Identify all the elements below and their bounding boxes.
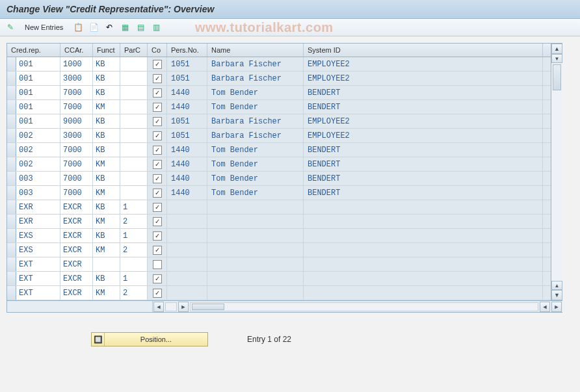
row-selector[interactable] — [7, 243, 16, 257]
credrep-input[interactable] — [16, 272, 60, 285]
row-selector[interactable] — [7, 200, 16, 214]
col-header-credrep[interactable]: Cred.rep. — [7, 44, 60, 57]
co-checkbox[interactable]: ✓ — [153, 160, 162, 169]
hscroll-track-1[interactable] — [165, 302, 177, 311]
parc-input[interactable] — [120, 157, 147, 171]
parc-input[interactable] — [120, 272, 147, 285]
row-selector[interactable] — [7, 72, 16, 85]
row-selector[interactable] — [7, 229, 16, 242]
co-checkbox[interactable]: ✓ — [153, 146, 162, 155]
funct-input[interactable] — [93, 286, 120, 300]
vscroll-thumb[interactable] — [553, 64, 561, 90]
ccar-input[interactable] — [60, 215, 92, 228]
deselect-icon[interactable]: ▥ — [150, 21, 162, 33]
funct-input[interactable] — [93, 257, 120, 271]
co-checkbox[interactable]: ✓ — [153, 103, 162, 112]
co-checkbox[interactable]: ✓ — [153, 203, 162, 212]
row-selector[interactable] — [7, 257, 16, 271]
position-button[interactable]: 🔲 Position... — [91, 332, 208, 346]
hscroll-right2-icon[interactable]: ► — [551, 302, 562, 312]
parc-input[interactable] — [120, 72, 147, 85]
row-selector[interactable] — [7, 143, 16, 157]
col-header-persno[interactable]: Pers.No. — [167, 44, 207, 57]
row-selector[interactable] — [7, 215, 16, 228]
hscroll-right-icon[interactable]: ► — [178, 302, 189, 312]
ccar-input[interactable] — [60, 172, 92, 185]
parc-input[interactable] — [120, 243, 147, 257]
co-checkbox[interactable]: ✓ — [153, 88, 162, 98]
co-checkbox[interactable]: ✓ — [153, 289, 162, 298]
parc-input[interactable] — [120, 186, 147, 200]
ccar-input[interactable] — [60, 129, 92, 142]
row-selector[interactable] — [7, 186, 16, 200]
credrep-input[interactable] — [16, 215, 60, 228]
parc-input[interactable] — [120, 100, 147, 114]
col-header-ccar[interactable]: CCAr. — [60, 44, 93, 57]
parc-input[interactable] — [120, 114, 147, 128]
doc-new-icon[interactable]: 📄 — [88, 21, 99, 33]
co-checkbox[interactable]: ✓ — [153, 131, 162, 140]
credrep-input[interactable] — [16, 57, 60, 71]
row-selector[interactable] — [7, 114, 16, 128]
select-block-icon[interactable]: ▤ — [135, 21, 146, 33]
credrep-input[interactable] — [16, 172, 60, 185]
row-selector[interactable] — [7, 172, 16, 185]
ccar-input[interactable] — [60, 200, 92, 214]
funct-input[interactable] — [93, 86, 120, 99]
co-checkbox[interactable]: ✓ — [153, 274, 162, 283]
ccar-input[interactable] — [60, 86, 92, 99]
co-checkbox[interactable]: ✓ — [153, 60, 162, 69]
col-header-funct[interactable]: Funct — [93, 44, 120, 57]
credrep-input[interactable] — [16, 257, 60, 271]
funct-input[interactable] — [93, 57, 120, 71]
parc-input[interactable] — [120, 86, 147, 99]
hscroll-left2-icon[interactable]: ◄ — [540, 302, 550, 312]
funct-input[interactable] — [93, 200, 120, 214]
new-entries-button[interactable]: New Entries — [20, 22, 68, 33]
row-selector[interactable] — [7, 57, 16, 71]
ccar-input[interactable] — [60, 100, 92, 114]
parc-input[interactable] — [120, 257, 147, 271]
credrep-input[interactable] — [16, 200, 60, 214]
hscroll-track-2[interactable] — [190, 302, 538, 311]
ccar-input[interactable] — [60, 57, 92, 71]
vscroll-up-icon[interactable]: ▲ — [551, 44, 562, 54]
vscroll-down-icon[interactable]: ▼ — [551, 290, 562, 300]
co-checkbox[interactable] — [153, 260, 162, 269]
parc-input[interactable] — [120, 143, 147, 157]
co-checkbox[interactable]: ✓ — [153, 174, 162, 183]
col-header-sysid[interactable]: System ID — [304, 44, 543, 57]
ccar-input[interactable] — [60, 229, 92, 242]
undo-icon[interactable]: ↶ — [103, 21, 115, 33]
co-checkbox[interactable]: ✓ — [153, 117, 162, 126]
co-checkbox[interactable]: ✓ — [153, 231, 162, 241]
credrep-input[interactable] — [16, 100, 60, 114]
ccar-input[interactable] — [60, 257, 92, 271]
funct-input[interactable] — [93, 114, 120, 128]
ccar-input[interactable] — [60, 243, 92, 257]
credrep-input[interactable] — [16, 143, 60, 157]
ccar-input[interactable] — [60, 72, 92, 85]
parc-input[interactable] — [120, 215, 147, 228]
co-checkbox[interactable]: ✓ — [153, 74, 162, 83]
ccar-input[interactable] — [60, 157, 92, 171]
funct-input[interactable] — [93, 215, 120, 228]
ccar-input[interactable] — [60, 286, 92, 300]
funct-input[interactable] — [93, 272, 120, 285]
row-selector[interactable] — [7, 272, 16, 285]
credrep-input[interactable] — [16, 114, 60, 128]
ccar-input[interactable] — [60, 186, 92, 200]
credrep-input[interactable] — [16, 86, 60, 99]
parc-input[interactable] — [120, 172, 147, 185]
credrep-input[interactable] — [16, 129, 60, 142]
parc-input[interactable] — [120, 229, 147, 242]
select-all-icon[interactable]: ▦ — [119, 21, 131, 33]
co-checkbox[interactable]: ✓ — [153, 189, 162, 198]
vscroll-up2-icon[interactable]: ▼ — [551, 54, 562, 63]
credrep-input[interactable] — [16, 243, 60, 257]
credrep-input[interactable] — [16, 186, 60, 200]
funct-input[interactable] — [93, 143, 120, 157]
parc-input[interactable] — [120, 57, 147, 71]
vscroll-down2-icon[interactable]: ▲ — [551, 281, 562, 290]
parc-input[interactable] — [120, 200, 147, 214]
